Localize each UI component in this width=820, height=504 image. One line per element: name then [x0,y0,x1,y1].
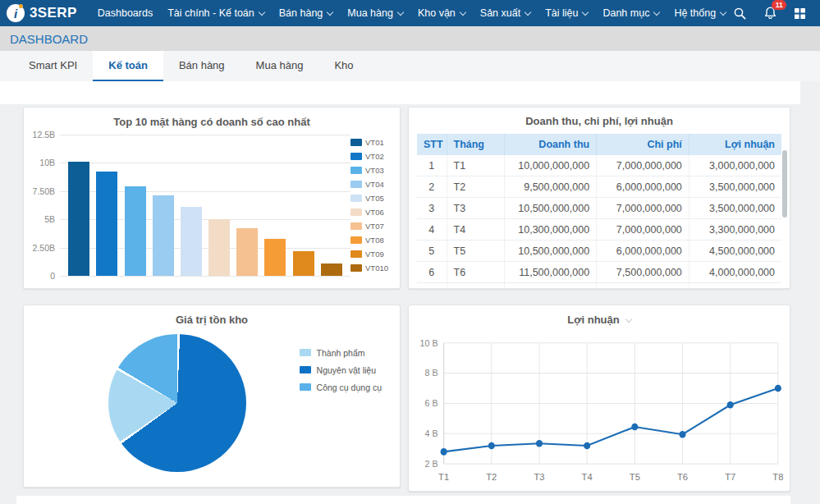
legend-swatch [350,181,362,188]
table-cell: T2 [447,176,504,198]
column-header-thang[interactable]: Tháng [447,134,504,155]
legend-label: VT02 [365,152,384,161]
tab-ke-toan[interactable]: Kế toán [93,51,163,81]
revenue-table: STTThángDoanh thuChi phíLợi nhuận 1T110,… [417,134,781,289]
menu-item-danh-muc[interactable]: Danh mục [595,0,667,26]
dashboard-content: Top 10 mặt hàng có doanh số cao nhất 12.… [0,81,820,504]
table-cell: 7,000,000,000 [597,219,689,241]
top-navbar: i 3SERP DashboardsTài chính - Kế toánBán… [0,0,820,26]
line-x-tick-label: T2 [486,472,497,482]
bar-y-tick-label: 10B [39,158,55,167]
legend-swatch [350,153,362,160]
line-data-point-t3 [536,440,543,447]
menu-item-tai-lieu[interactable]: Tài liệu [538,0,595,26]
line-x-tick-label: T7 [725,472,735,482]
line-data-point-t5 [631,424,638,431]
table-cell [689,283,781,290]
legend-label: VT07 [365,222,384,231]
legend-label: VT010 [365,263,388,273]
table-cell: 11,500,000,000 [504,262,597,283]
tab-ban-hang[interactable]: Bán hàng [163,51,241,81]
legend-label: Nguyên vật liệu [317,365,376,375]
top-products-bar-chart-card: Top 10 mặt hàng có doanh số cao nhất 12.… [23,107,401,289]
table-cell: T6 [447,262,504,283]
legend-label: VT01 [365,138,384,147]
column-header-loi-nhuan[interactable]: Lợi nhuận [689,134,781,155]
legend-swatch [300,349,311,356]
table-cell: T4 [447,219,504,241]
chevron-down-icon [327,8,333,15]
tab-kho[interactable]: Kho [318,51,369,81]
bar-vt010 [321,263,342,276]
legend-item-cong-cu-dung-cu: Công cụ dụng cụ [300,378,382,396]
notifications-bell-icon[interactable]: 11 [763,6,777,21]
table-cell: 3,500,000,000 [689,198,781,219]
line-x-tick-label: T3 [534,472,544,482]
menu-item-kho-van[interactable]: Kho vận [410,0,473,26]
menu-item-he-thong[interactable]: Hệ thống [667,0,733,26]
search-icon[interactable] [733,7,747,21]
table-row: 6T611,500,000,0007,500,000,0004,000,000,… [417,262,781,283]
table-title: Doanh thu, chi phí, lợi nhuận [417,115,781,127]
menu-item-label: Danh mục [602,7,649,19]
apps-grid-icon[interactable] [794,7,806,20]
bar-vt06 [208,219,230,276]
legend-swatch [300,366,311,373]
menu-item-tai-chinh-ke-toan[interactable]: Tài chính - Kế toán [160,0,272,26]
legend-item-vt02: VT02 [350,149,393,163]
pie-chart [108,334,246,472]
bar-vt02 [96,172,117,276]
menu-item-mua-hang[interactable]: Mua hàng [340,0,410,26]
legend-item-thanh-pham: Thành phẩm [300,344,382,361]
main-menu: DashboardsTài chính - Kế toánBán hàngMua… [90,0,733,26]
table-row: 1T110,000,000,0007,000,000,0003,000,000,… [417,155,781,176]
table-cell: 3 [417,198,447,219]
legend-label: VT03 [365,166,384,175]
table-row: 3T310,500,000,0007,000,000,0003,500,000,… [417,198,781,219]
brand[interactable]: i 3SERP [7,4,77,22]
legend-item-vt08: VT08 [350,233,393,247]
line-data-point-t1 [441,448,447,456]
chevron-down-icon [625,316,631,323]
line-y-tick-label: 10 B [420,337,438,347]
line-data-point-t8 [775,385,781,392]
table-cell [504,283,597,290]
menu-item-san-xuat[interactable]: Sản xuất [473,0,538,26]
bar-chart-plot [60,135,350,276]
next-card-partial [16,496,790,504]
line-x-tick-label: T8 [772,472,783,482]
profit-line-series [444,388,778,451]
table-cell: 1 [417,155,447,176]
bar-chart-legend: VT01VT02VT03VT04VT05VT06VT07VT08VT09VT01… [350,135,393,276]
table-row: 2T29,500,000,0006,000,000,0003,500,000,0… [417,176,781,198]
menu-item-ban-hang[interactable]: Bán hàng [272,0,341,26]
table-cell: 10,500,000,000 [504,241,597,262]
menu-item-dashboards[interactable]: Dashboards [90,0,160,26]
table-cell: 4,500,000,000 [689,241,781,262]
tab-smart-kpi[interactable]: Smart KPI [13,51,93,81]
table-cell: T5 [447,241,504,262]
legend-item-vt04: VT04 [350,177,393,191]
column-header-doanh-thu[interactable]: Doanh thu [504,134,597,155]
legend-swatch [350,264,362,272]
menu-item-label: Bán hàng [279,7,323,19]
line-data-point-t4 [584,442,590,450]
table-cell: 2 [417,176,447,198]
bar-y-tick-label: 2.50B [33,243,55,253]
table-cell: 3,000,000,000 [689,155,781,176]
table-scrollbar-thumb[interactable] [782,150,787,218]
table-cell: T1 [447,155,504,176]
bar-y-tick-label: 0 [50,271,55,281]
menu-item-label: Tài chính - Kế toán [167,7,254,19]
notification-count-badge: 11 [772,0,786,10]
bar-y-tick-label: 12.5B [33,130,55,140]
legend-swatch [350,208,362,216]
table-header: STTThángDoanh thuChi phíLợi nhuận [417,134,781,155]
table-cell: T3 [447,198,504,219]
legend-label: VT04 [365,180,384,189]
column-header-stt[interactable]: STT [417,134,447,155]
tab-mua-hang[interactable]: Mua hàng [241,51,319,81]
table-cell: 6,000,000,000 [597,241,689,262]
legend-swatch [350,250,362,258]
column-header-chi-phi[interactable]: Chi phí [597,134,689,155]
